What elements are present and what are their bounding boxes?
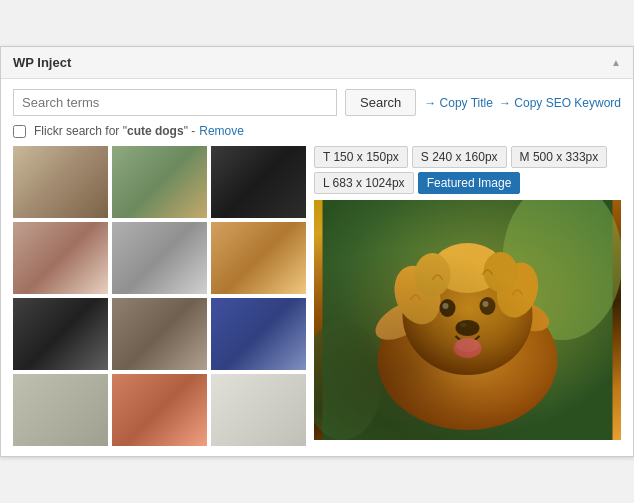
svg-point-14 [440, 299, 456, 317]
svg-rect-0 [323, 200, 613, 440]
flickr-checkbox[interactable] [13, 125, 26, 138]
search-input[interactable]: cute dogs [13, 89, 337, 116]
widget-toggle-icon[interactable]: ▲ [611, 57, 621, 68]
size-featured-button[interactable]: Featured Image [418, 172, 521, 194]
grid-image-10[interactable] [13, 374, 108, 446]
copy-links: → Copy Title → Copy SEO Keyword [424, 96, 621, 110]
svg-point-16 [443, 303, 449, 309]
size-large-button[interactable]: L 683 x 1024px [314, 172, 414, 194]
image-grid [13, 146, 306, 446]
right-panel: T 150 x 150px S 240 x 160px M 500 x 333p… [306, 146, 621, 446]
copy-seo-link[interactable]: → Copy SEO Keyword [499, 96, 621, 110]
grid-image-9[interactable] [211, 298, 306, 370]
svg-point-7 [460, 270, 516, 310]
grid-image-6[interactable] [211, 222, 306, 294]
widget-header: WP Inject ▲ [1, 47, 633, 79]
search-row: cute dogs Search → Copy Title → Copy SEO… [13, 89, 621, 116]
svg-point-4 [369, 292, 436, 348]
widget-body: cute dogs Search → Copy Title → Copy SEO… [1, 79, 633, 456]
svg-point-12 [415, 253, 451, 297]
wp-inject-widget: WP Inject ▲ cute dogs Search → Copy Titl… [0, 46, 634, 457]
svg-point-17 [483, 301, 489, 307]
svg-point-20 [454, 338, 482, 358]
size-medium-button[interactable]: M 500 x 333px [511, 146, 608, 168]
svg-point-19 [461, 323, 467, 327]
grid-image-2[interactable] [112, 146, 207, 218]
svg-point-8 [403, 255, 533, 375]
grid-image-1[interactable] [13, 146, 108, 218]
svg-point-21 [456, 338, 480, 352]
grid-image-4[interactable] [13, 222, 108, 294]
svg-point-9 [387, 259, 449, 330]
svg-point-6 [418, 277, 468, 313]
svg-point-13 [484, 252, 518, 292]
grid-image-8[interactable] [112, 298, 207, 370]
size-options: T 150 x 150px S 240 x 160px M 500 x 333p… [314, 146, 621, 194]
flickr-label: Flickr search for "cute dogs" - [34, 124, 195, 138]
copy-title-link[interactable]: → Copy Title [424, 96, 493, 110]
flickr-notice: Flickr search for "cute dogs" - Remove [13, 124, 621, 138]
svg-point-3 [378, 290, 558, 430]
svg-point-15 [480, 297, 496, 315]
size-thumb-button[interactable]: T 150 x 150px [314, 146, 408, 168]
grid-image-7[interactable] [13, 298, 108, 370]
svg-point-10 [491, 258, 544, 322]
grid-image-3[interactable] [211, 146, 306, 218]
grid-image-11[interactable] [112, 374, 207, 446]
svg-point-2 [314, 320, 383, 440]
content-area: T 150 x 150px S 240 x 160px M 500 x 333p… [13, 146, 621, 446]
svg-point-18 [456, 320, 480, 336]
flickr-remove-link[interactable]: Remove [199, 124, 244, 138]
widget-title: WP Inject [13, 55, 71, 70]
svg-point-1 [503, 200, 622, 340]
grid-image-12[interactable] [211, 374, 306, 446]
search-button[interactable]: Search [345, 89, 416, 116]
size-small-button[interactable]: S 240 x 160px [412, 146, 507, 168]
grid-image-5[interactable] [112, 222, 207, 294]
svg-point-11 [433, 243, 503, 293]
preview-image-container [314, 200, 621, 440]
preview-image[interactable] [314, 200, 621, 440]
svg-point-5 [491, 292, 553, 337]
